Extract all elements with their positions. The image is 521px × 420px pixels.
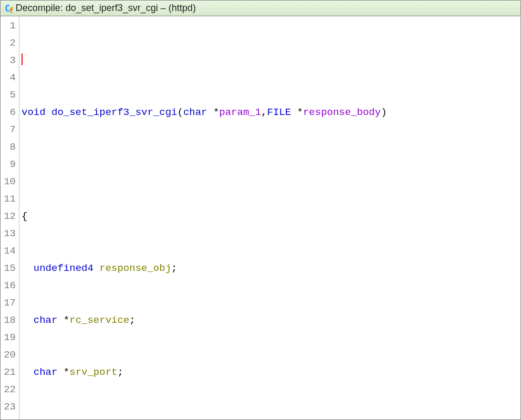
code-line: undefined4 response_obj; — [22, 260, 520, 277]
line-number: 6 — [3, 104, 16, 121]
code-line: char *rc_service; — [22, 312, 520, 329]
line-number: 9 — [3, 156, 16, 173]
line-number: 5 — [3, 87, 16, 104]
code-view[interactable]: void do_set_iperf3_svr_cgi(char *param_1… — [19, 16, 520, 419]
line-number: 12 — [3, 208, 16, 225]
line-gutter: 1234567891011121314151617181920212223 — [1, 16, 19, 419]
line-number: 8 — [3, 139, 16, 156]
line-number: 3 — [3, 52, 16, 69]
line-number: 22 — [3, 381, 16, 398]
function-icon: Cf — [5, 3, 13, 14]
title-text: Decompile: do_set_iperf3_svr_cgi – (http… — [16, 3, 196, 14]
text-cursor — [22, 54, 23, 65]
line-number: 23 — [3, 398, 16, 416]
line-number: 10 — [3, 173, 16, 191]
line-number: 18 — [3, 312, 16, 329]
line-number: 19 — [3, 329, 16, 346]
code-area[interactable]: 1234567891011121314151617181920212223 vo… — [1, 16, 520, 419]
line-number: 13 — [3, 225, 16, 243]
line-number: 20 — [3, 346, 16, 364]
line-number: 7 — [3, 121, 16, 139]
line-number: 11 — [3, 191, 16, 208]
decompiler-window: Cf Decompile: do_set_iperf3_svr_cgi – (h… — [0, 0, 521, 420]
code-line: char *srv_port; — [22, 364, 520, 381]
line-number: 15 — [3, 260, 16, 277]
code-line — [22, 156, 520, 173]
line-number: 14 — [3, 243, 16, 260]
code-line — [22, 52, 520, 69]
titlebar: Cf Decompile: do_set_iperf3_svr_cgi – (h… — [1, 1, 520, 16]
line-number: 4 — [3, 69, 16, 87]
code-line: void do_set_iperf3_svr_cgi(char *param_1… — [22, 104, 520, 121]
code-line — [22, 416, 520, 419]
line-number: 16 — [3, 277, 16, 295]
code-line: { — [22, 208, 520, 225]
line-number: 21 — [3, 364, 16, 381]
line-number: 1 — [3, 17, 16, 35]
line-number: 2 — [3, 35, 16, 52]
line-number: 17 — [3, 295, 16, 312]
